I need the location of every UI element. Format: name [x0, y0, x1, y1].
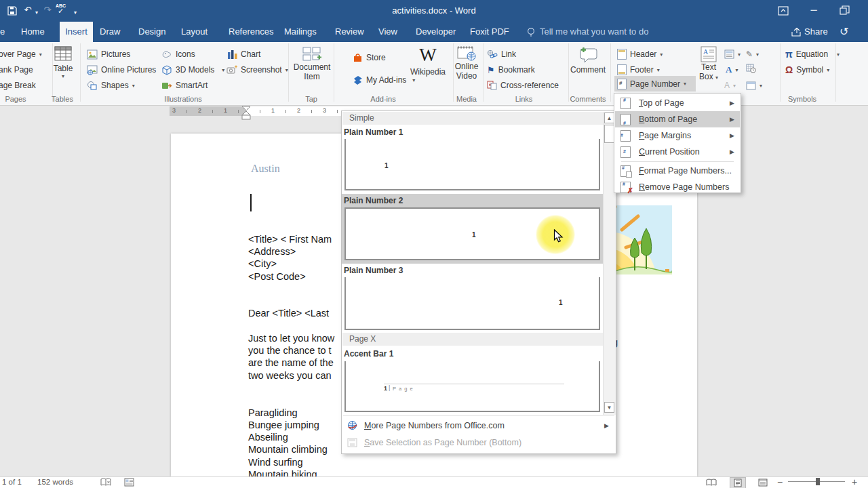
date-time-button[interactable]	[746, 64, 756, 73]
gallery-item-accent-bar-1[interactable]: 1 | P a g e	[344, 361, 600, 412]
more-page-numbers-item[interactable]: More Page Numbers from Office.com ▶	[342, 417, 614, 434]
clipart-image[interactable]	[614, 205, 672, 274]
drop-cap-button[interactable]: A ▾	[724, 79, 736, 92]
tab-view[interactable]: View	[378, 22, 397, 42]
lightbulb-icon	[526, 27, 536, 37]
zoom-out-button[interactable]: −	[777, 476, 783, 487]
gallery-item-plain-number-1[interactable]: 1	[344, 139, 600, 190]
equation-icon: π	[785, 49, 793, 60]
tab-developer[interactable]: Developer	[416, 22, 456, 42]
tab-references[interactable]: References	[229, 22, 273, 42]
tab-design[interactable]: Design	[138, 22, 165, 42]
menu-item-current-position[interactable]: # Current Position ▶	[615, 144, 740, 160]
menu-item-page-margins[interactable]: # Page Margins ▶	[615, 127, 740, 144]
tab-foxit-pdf[interactable]: Foxit PDF	[470, 22, 509, 42]
symbol-label: Symbol	[796, 65, 823, 75]
equation-button[interactable]: π Equation ▾	[785, 47, 840, 61]
smartart-button[interactable]: SmartArt	[161, 79, 208, 92]
comment-label: Comment	[570, 65, 606, 75]
store-icon	[353, 53, 363, 63]
wikipedia-button[interactable]: W Wikipedia	[407, 45, 449, 77]
screenshot-button[interactable]: Screenshot▾	[226, 63, 288, 77]
save-selection-icon	[347, 438, 357, 447]
indent-markers[interactable]	[241, 106, 251, 121]
3d-models-button[interactable]: 3D Models ▾	[161, 63, 224, 77]
gallery-section-simple: Simple	[342, 112, 603, 125]
save-selection-item[interactable]: Save Selection as Page Number (Bottom)	[342, 434, 614, 451]
quick-parts-button[interactable]: ▾	[724, 47, 741, 61]
signature-line-button[interactable]: ✎ ▾	[746, 47, 759, 61]
gallery-scroll-down-button[interactable]: ▼	[604, 402, 614, 413]
tab-home[interactable]: Home	[21, 22, 45, 42]
menu-item-bottom-of-page[interactable]: # Bottom of Page ▶	[615, 111, 740, 127]
header-button[interactable]: Header▾	[617, 47, 663, 61]
restore-button[interactable]	[840, 5, 850, 16]
tab-draw[interactable]: Draw	[100, 22, 120, 42]
blank-page-button[interactable]: ank Page	[0, 63, 33, 77]
remove-page-numbers-icon: #✗	[620, 182, 631, 193]
gallery-scrollbar-thumb[interactable]	[604, 125, 614, 143]
ruler-number: 2	[198, 107, 201, 114]
illustrations-group-label: Illustrations	[136, 95, 231, 104]
gallery-item-plain-number-3[interactable]: 1	[344, 277, 600, 330]
print-layout-button[interactable]	[730, 477, 746, 488]
online-pictures-button[interactable]: Online Pictures	[87, 63, 156, 77]
save-icon[interactable]	[7, 5, 18, 16]
online-video-button[interactable]: Online Video	[450, 46, 483, 81]
ruler-number: 3	[172, 107, 176, 114]
gallery-scroll-up-button[interactable]: ▲	[604, 113, 614, 123]
proofing-status-icon[interactable]	[100, 478, 111, 487]
tell-me-box[interactable]: Tell me what you want to do	[540, 22, 648, 42]
ribbon-display-options-icon[interactable]	[778, 5, 789, 16]
cross-reference-button[interactable]: Cross-reference	[487, 79, 559, 92]
zoom-slider-thumb[interactable]	[816, 478, 820, 485]
chart-button[interactable]: Chart	[226, 47, 260, 61]
minimize-button[interactable]: ─	[808, 5, 819, 16]
gallery-footer-separator	[343, 415, 614, 416]
tab-review[interactable]: Review	[335, 22, 364, 42]
page-break-button[interactable]: age Break	[0, 79, 36, 92]
object-button[interactable]: ▾	[746, 79, 762, 92]
my-addins-button[interactable]: My Add-ins ▾	[353, 73, 415, 87]
submenu-arrow-icon: ▶	[730, 100, 734, 106]
link-button[interactable]: Link	[487, 47, 516, 61]
header-icon	[617, 49, 627, 60]
store-button[interactable]: Store	[353, 51, 386, 64]
object-dropdown-icon: ▾	[760, 83, 762, 89]
page-margins-icon: #	[620, 130, 631, 142]
text-box-icon: A	[701, 46, 717, 62]
document-item-button[interactable]: Document Item	[293, 46, 331, 81]
web-layout-button[interactable]	[755, 477, 770, 487]
tab-insert[interactable]: Insert	[60, 22, 93, 42]
shapes-button[interactable]: Shapes▾	[87, 79, 135, 92]
page-count-indicator[interactable]: 1 of 1	[2, 478, 22, 486]
table-button[interactable]: Table ▾	[50, 46, 77, 79]
menu-item-format-page-numbers[interactable]: # Format Page Numbers...	[615, 163, 740, 179]
tables-group-label: Tables	[45, 95, 79, 104]
symbol-button[interactable]: Ω Symbol ▾	[785, 63, 829, 77]
macro-recording-icon[interactable]	[124, 478, 134, 487]
group-separator	[288, 43, 289, 102]
wikipedia-label: Wikipedia	[410, 67, 446, 77]
menu-item-remove-page-numbers[interactable]: #✗ Remove Page Numbers	[615, 179, 740, 195]
cover-page-button[interactable]: over Page▾	[0, 47, 42, 61]
tab-layout[interactable]: Layout	[181, 22, 208, 42]
history-icon[interactable]: ↺	[840, 22, 848, 42]
bookmark-button[interactable]: ⚑ Bookmark	[487, 63, 535, 77]
pictures-button[interactable]: Pictures	[87, 47, 130, 61]
icons-button[interactable]: Icons	[161, 47, 195, 61]
share-button[interactable]: Share	[804, 22, 828, 42]
wordart-button[interactable]: A ▾	[726, 63, 738, 77]
footer-button[interactable]: Footer▾	[617, 63, 660, 77]
word-count-indicator[interactable]: 152 words	[37, 478, 73, 486]
page-number-button[interactable]: # Page Number▾	[614, 76, 696, 92]
tap-group-label: Tap	[294, 95, 328, 104]
tab-mailings[interactable]: Mailings	[284, 22, 317, 42]
tab-file-fragment[interactable]: e	[0, 22, 5, 42]
menu-item-top-of-page[interactable]: # Top of Page ▶	[615, 95, 740, 111]
read-mode-button[interactable]	[704, 477, 719, 487]
comment-button[interactable]: Comment	[568, 46, 608, 75]
submenu-arrow-icon: ▶	[730, 132, 734, 139]
text-box-button[interactable]: A Text Box ▾	[696, 46, 722, 81]
zoom-in-button[interactable]: +	[852, 476, 857, 487]
